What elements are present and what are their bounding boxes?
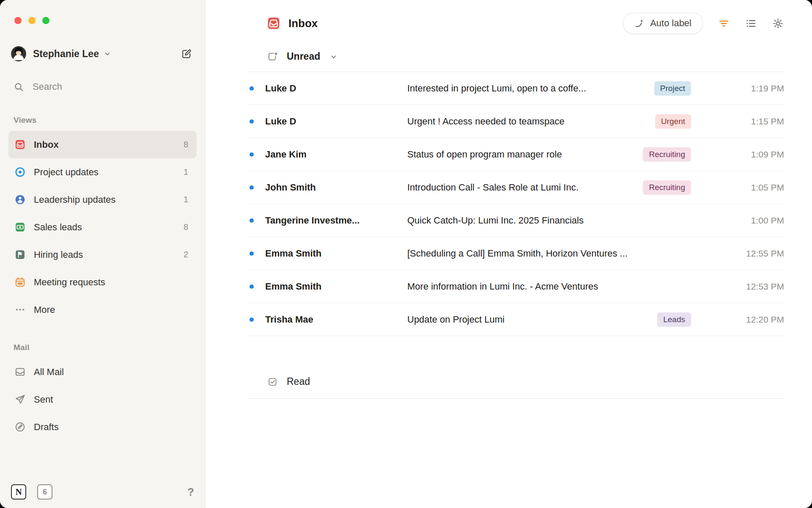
sidebar-section: Views Inbox 8 Project updates 1 Leadersh… [8,116,197,323]
email-row[interactable]: Trisha Mae Update on Project Lumi Leads … [248,303,784,336]
email-subject: [Scheduling a Call] Emma Smith, Horizon … [407,248,691,259]
sidebar-item-project-updates[interactable]: Project updates 1 [8,158,197,186]
sidebar-item-meeting-requests[interactable]: Meeting requests [8,268,197,296]
email-sender: Luke D [265,83,407,94]
page-title: Inbox [288,17,318,30]
help-button[interactable]: ? [187,486,194,499]
email-subject: Update on Project Lumi [407,314,657,325]
sidebar-item-label: Drafts [34,422,59,433]
user-name: Stephanie Lee [33,48,99,60]
email-subject: Interested in project Lumi, open to a co… [407,83,654,94]
email-label-badge[interactable]: Recruiting [643,180,691,195]
email-subject: Quick Catch-Up: Lumi Inc. 2025 Financial… [407,215,691,226]
sidebar-item-label: All Mail [34,367,64,378]
person-icon [14,194,26,205]
sidebar-item-label: Sent [34,394,53,405]
sidebar-item-count: 1 [184,167,191,177]
email-row[interactable]: John Smith Introduction Call - Sales Rol… [248,171,784,204]
sidebar-item-count: 2 [184,250,191,260]
notion-logo-icon[interactable]: N [11,484,26,500]
zoom-window-button[interactable] [42,17,49,24]
email-row[interactable]: Luke D Urgent ! Access needed to teamspa… [248,105,784,138]
email-sender: Emma Smith [265,281,407,292]
sidebar-item-leadership-updates[interactable]: Leadership updates 1 [8,186,197,213]
all-mail-icon [14,366,26,378]
email-sender: Luke D [265,116,407,127]
unread-label: Unread [287,51,320,62]
email-time: 1:00 PM [691,215,784,226]
paper-plane-icon [14,394,26,405]
email-sender: John Smith [265,182,407,193]
email-sender: Jane Kim [265,149,407,160]
unread-dot-icon [250,119,254,124]
calendar-app-icon[interactable]: 6 [37,484,52,500]
sidebar-item-hiring-leads[interactable]: Hiring leads 2 [8,241,197,268]
email-time: 1:15 PM [691,116,784,127]
filter-icon[interactable] [717,17,730,30]
email-label-badge[interactable]: Leads [657,312,691,327]
email-time: 1:09 PM [691,149,784,160]
search-input[interactable]: Search [8,77,197,96]
minimize-window-button[interactable] [28,17,36,24]
email-row[interactable]: Emma Smith More information in Lumi Inc.… [248,270,784,303]
chevron-down-icon [329,52,338,61]
sidebar-item-more[interactable]: More [8,296,197,323]
inbox-icon [14,139,26,150]
list-view-icon[interactable] [744,17,757,30]
search-placeholder: Search [33,81,62,92]
unread-section-header[interactable]: Unread [248,51,784,72]
sidebar-item-count: 8 [184,222,191,232]
sidebar-item-count: 1 [184,195,191,204]
unread-dot-icon [250,218,254,223]
email-subject: Status of open program manager role [407,149,643,160]
close-window-button[interactable] [14,17,22,24]
read-label: Read [287,376,310,387]
pencil-circle-icon [14,421,26,433]
email-time: 12:55 PM [691,248,784,259]
email-time: 1:19 PM [691,83,784,94]
banknote-icon [14,221,26,233]
chevron-down-icon [103,50,112,58]
email-label-badge[interactable]: Urgent [655,114,691,129]
sidebar-item-sent[interactable]: Sent [8,386,197,413]
email-row[interactable]: Luke D Interested in project Lumi, open … [248,72,784,105]
window-controls [8,0,197,24]
mail-app-window: Stephanie Lee Search Views Inbox 8 Pro [0,0,812,508]
email-row[interactable]: Emma Smith [Scheduling a Call] Emma Smit… [248,237,784,270]
sidebar-item-count: 8 [184,140,191,149]
email-sender: Tangerine Investme... [265,215,407,226]
email-label-badge[interactable]: Project [654,81,691,96]
sidebar-section: Mail All Mail Sent Drafts [8,343,197,441]
main-panel: Inbox Auto label [206,0,812,508]
email-list: Luke D Interested in project Lumi, open … [248,72,784,336]
target-icon [14,166,26,178]
email-row[interactable]: Jane Kim Status of open program manager … [248,138,784,171]
unread-dot-icon [250,86,254,91]
account-switcher[interactable]: Stephanie Lee [8,44,197,63]
sidebar: Stephanie Lee Search Views Inbox 8 Pro [0,0,206,508]
email-label-badge[interactable]: Recruiting [643,147,691,162]
settings-gear-icon[interactable] [771,17,784,30]
unread-dot-icon [250,152,254,157]
sidebar-item-label: Project updates [34,167,99,178]
compose-button[interactable] [179,46,194,61]
read-section-header[interactable]: Read [248,376,784,399]
email-sender: Trisha Mae [265,314,407,325]
email-time: 1:05 PM [691,182,784,193]
inbox-icon [266,16,281,30]
email-row[interactable]: Tangerine Investme... Quick Catch-Up: Lu… [248,204,784,237]
email-subject: Introduction Call - Sales Role at Lumi I… [407,182,643,193]
auto-label-wand-icon [634,18,645,28]
sidebar-item-all-mail[interactable]: All Mail [8,358,197,386]
main-header: Inbox Auto label [248,11,784,36]
sidebar-item-label: Inbox [34,139,59,150]
unread-mark-icon [267,51,278,62]
sidebar-item-label: Hiring leads [34,249,83,260]
auto-label-button[interactable]: Auto label [623,13,703,34]
email-subject: More information in Lumi Inc. - Acme Ven… [407,281,691,292]
sidebar-item-sales-leads[interactable]: Sales leads 8 [8,213,197,241]
sidebar-item-inbox[interactable]: Inbox 8 [8,131,197,158]
sidebar-item-drafts[interactable]: Drafts [8,413,197,441]
email-time: 12:20 PM [691,315,784,325]
search-icon [14,82,24,92]
